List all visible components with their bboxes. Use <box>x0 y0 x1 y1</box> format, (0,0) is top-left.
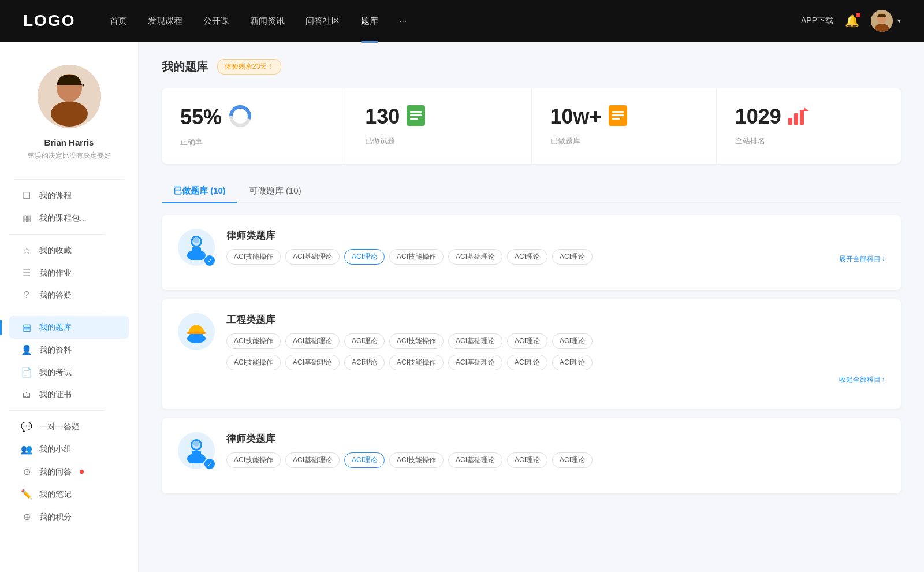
tag[interactable]: ACI技能操作 <box>226 355 281 370</box>
sidebar-divider-1 <box>14 179 124 180</box>
nav-qbank[interactable]: 题库 <box>361 13 378 29</box>
lawyer-avatar-1: ✓ <box>178 229 215 266</box>
svg-rect-28 <box>189 334 203 340</box>
svg-rect-11 <box>410 111 422 113</box>
sidebar-item-myqa[interactable]: ⊙ 我的问答 <box>9 460 129 483</box>
avatar <box>871 10 893 32</box>
tag[interactable]: ACI理论 <box>344 355 385 370</box>
tag[interactable]: ACI技能操作 <box>389 249 444 265</box>
sidebar-item-qbank[interactable]: ▤ 我的题库 <box>9 316 129 339</box>
tag[interactable]: ACI理论 <box>552 333 593 349</box>
svg-rect-29 <box>187 332 206 334</box>
sidebar-item-profile[interactable]: 👤 我的资料 <box>9 339 129 361</box>
main-layout: Brian Harris 错误的决定比没有决定要好 ☐ 我的课程 ▦ 我的课程包… <box>0 42 924 572</box>
doc-orange-icon <box>609 105 627 128</box>
tag[interactable]: ACI技能操作 <box>389 452 444 468</box>
topnav-right: APP下载 🔔 ▾ <box>801 10 901 32</box>
nav-qa[interactable]: 问答社区 <box>305 13 340 29</box>
profile-name: Brian Harris <box>44 138 94 147</box>
tag[interactable]: ACI理论 <box>507 452 547 468</box>
tag[interactable]: ACI理论 <box>552 355 593 370</box>
stat-top: 130 <box>365 105 512 129</box>
points-icon: ⊕ <box>21 511 32 522</box>
tag[interactable]: ACI理论 <box>552 249 593 265</box>
sidebar-label: 我的笔记 <box>39 489 72 500</box>
tag[interactable]: ACI基础理论 <box>448 355 502 370</box>
tag[interactable]: ACI基础理论 <box>448 452 502 468</box>
sidebar: Brian Harris 错误的决定比没有决定要好 ☐ 我的课程 ▦ 我的课程包… <box>0 42 139 572</box>
qbank-name-1: 律师类题库 <box>226 229 885 242</box>
svg-rect-20 <box>800 110 804 125</box>
group-icon: 👥 <box>21 444 32 455</box>
sidebar-divider-4 <box>9 410 105 411</box>
tag[interactable]: ACI理论 <box>344 333 385 349</box>
tag[interactable]: ACI基础理论 <box>285 249 340 265</box>
sidebar-item-favorites[interactable]: ☆ 我的收藏 <box>9 239 129 262</box>
tag[interactable]: ACI理论 <box>507 249 547 265</box>
tag[interactable]: ACI基础理论 <box>285 333 340 349</box>
tag[interactable]: ACI技能操作 <box>226 452 281 468</box>
tag[interactable]: ACI理论 <box>507 355 547 370</box>
notification-dot <box>856 13 860 17</box>
tab-done-banks[interactable]: 已做题库 (10) <box>162 180 237 203</box>
svg-rect-16 <box>612 114 624 116</box>
notification-bell[interactable]: 🔔 <box>845 14 859 28</box>
sidebar-label: 我的作业 <box>39 268 72 278</box>
1on1-icon: 💬 <box>21 421 32 432</box>
sidebar-label: 我的答疑 <box>39 290 72 300</box>
collapse-link-2[interactable]: 收起全部科目 › <box>226 375 885 385</box>
tag[interactable]: ACI理论 <box>552 452 593 468</box>
myqa-dot <box>80 470 84 474</box>
svg-rect-24 <box>192 247 201 254</box>
tag[interactable]: ACI技能操作 <box>389 355 444 370</box>
sidebar-item-qa[interactable]: ? 我的答疑 <box>9 284 129 306</box>
tags-row-2b: ACI技能操作 ACI基础理论 ACI理论 ACI技能操作 ACI基础理论 AC… <box>226 355 885 370</box>
chevron-down-icon: ▾ <box>897 17 901 25</box>
tag[interactable]: ACI基础理论 <box>285 452 340 468</box>
tag[interactable]: ACI基础理论 <box>285 355 340 370</box>
tags-row-1: ACI技能操作 ACI基础理论 ACI理论 ACI技能操作 ACI基础理论 AC… <box>226 249 885 265</box>
nav-opencourse[interactable]: 公开课 <box>203 13 229 29</box>
stat-top: 55% <box>180 105 327 130</box>
tag[interactable]: ACI理论 <box>507 333 547 349</box>
sidebar-divider-2 <box>9 234 105 235</box>
qbank-card-engineer: 工程类题库 ACI技能操作 ACI基础理论 ACI理论 ACI技能操作 ACI基… <box>162 299 901 409</box>
tag-active[interactable]: ACI理论 <box>344 249 385 265</box>
sidebar-item-exam[interactable]: 📄 我的考试 <box>9 361 129 384</box>
stat-done-q-value: 130 <box>365 105 400 129</box>
tag[interactable]: ACI技能操作 <box>226 249 281 265</box>
sidebar-label: 我的课程 <box>39 191 72 201</box>
sidebar-divider-3 <box>9 311 105 311</box>
main-content: 我的题库 体验剩余23天！ 55% 正确率 13 <box>139 42 924 572</box>
sidebar-item-cert[interactable]: 🗂 我的证书 <box>9 384 129 406</box>
sidebar-label: 我的收藏 <box>39 246 72 256</box>
sidebar-item-group[interactable]: 👥 我的小组 <box>9 438 129 460</box>
svg-rect-19 <box>794 113 798 125</box>
stat-done-questions: 130 已做试题 <box>346 88 531 164</box>
tag[interactable]: ACI技能操作 <box>389 333 444 349</box>
sidebar-item-course-pkg[interactable]: ▦ 我的课程包... <box>9 207 129 229</box>
nav-discover[interactable]: 发现课程 <box>148 13 182 29</box>
tag[interactable]: ACI基础理论 <box>448 333 502 349</box>
doc-green-icon <box>407 105 425 128</box>
nav-home[interactable]: 首页 <box>110 13 127 29</box>
nav-more[interactable]: ··· <box>399 13 407 29</box>
tag[interactable]: ACI基础理论 <box>448 249 502 265</box>
sidebar-item-homework[interactable]: ☰ 我的作业 <box>9 262 129 284</box>
profile-icon: 👤 <box>21 344 32 355</box>
sidebar-item-points[interactable]: ⊕ 我的积分 <box>9 506 129 528</box>
user-avatar-menu[interactable]: ▾ <box>871 10 901 32</box>
stat-rank-value: 1029 <box>735 105 781 129</box>
sidebar-item-1on1[interactable]: 💬 一对一答疑 <box>9 415 129 438</box>
nav-menu: 首页 发现课程 公开课 新闻资讯 问答社区 题库 ··· <box>110 13 801 29</box>
top-navigation: LOGO 首页 发现课程 公开课 新闻资讯 问答社区 题库 ··· APP下载 … <box>0 0 924 42</box>
qbank-card-lawyer-2: ✓ 律师类题库 ACI技能操作 ACI基础理论 ACI理论 ACI技能操作 AC… <box>162 418 901 493</box>
expand-link-1[interactable]: 展开全部科目 › <box>839 254 885 264</box>
tag[interactable]: ACI技能操作 <box>226 333 281 349</box>
sidebar-item-courses[interactable]: ☐ 我的课程 <box>9 184 129 207</box>
nav-news[interactable]: 新闻资讯 <box>250 13 285 29</box>
sidebar-item-notes[interactable]: ✏️ 我的笔记 <box>9 483 129 506</box>
app-download[interactable]: APP下载 <box>801 16 833 26</box>
tab-available-banks[interactable]: 可做题库 (10) <box>237 180 313 203</box>
tag-active-3[interactable]: ACI理论 <box>344 452 385 468</box>
